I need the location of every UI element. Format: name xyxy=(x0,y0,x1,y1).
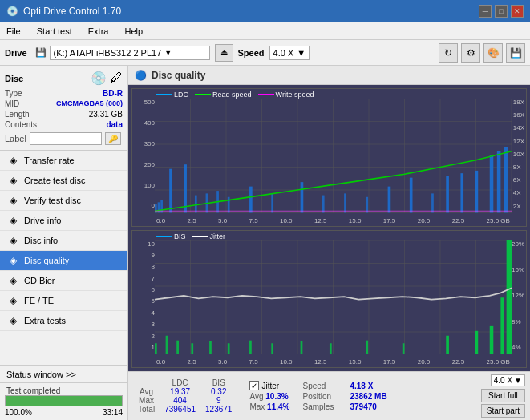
nav-create-test-disc[interactable]: ◈ Create test disc xyxy=(0,171,127,191)
eject-button[interactable]: ⏏ xyxy=(215,44,233,62)
nav-disc-quality[interactable]: ◈ Disc quality xyxy=(0,251,127,271)
svg-rect-72 xyxy=(507,240,512,355)
label-input[interactable] xyxy=(30,132,102,145)
max-bis: 9 xyxy=(200,396,237,405)
speed-info-label: Speed xyxy=(302,382,346,390)
disc-arrow-icon: 🖊 xyxy=(110,71,123,86)
speed-label: Speed xyxy=(238,48,265,58)
svg-rect-37 xyxy=(490,155,494,212)
drive-select[interactable]: (K:) ATAPI iHBS312 2 PL17 ▼ xyxy=(50,46,210,60)
menu-start-test[interactable]: Start test xyxy=(34,25,75,38)
svg-rect-68 xyxy=(446,335,449,354)
paint-icon[interactable]: 🎨 xyxy=(483,43,503,63)
save-icon[interactable]: 💾 xyxy=(506,43,525,63)
svg-rect-56 xyxy=(155,343,157,354)
drive-info-icon: ◈ xyxy=(6,215,19,226)
speed-select[interactable]: 4.0 X ▼ xyxy=(269,46,310,60)
sidebar: Disc 💿 🖊 Type BD-R MID CMCMAGBA5 (000) L… xyxy=(0,66,128,420)
total-ldc: 7396451 xyxy=(160,405,200,414)
bis-column-header: BIS xyxy=(200,378,237,387)
svg-rect-71 xyxy=(500,297,504,354)
svg-rect-39 xyxy=(504,147,508,212)
chart1-y-axis-left: 500 400 300 200 100 0 xyxy=(134,99,155,210)
progress-time: 33:14 xyxy=(103,408,123,417)
drive-toolbar: Drive 💾 (K:) ATAPI iHBS312 2 PL17 ▼ ⏏ Sp… xyxy=(0,40,530,66)
chart2-y-axis-left: 10 9 8 7 6 5 4 3 2 1 xyxy=(134,240,155,352)
start-part-button[interactable]: Start part xyxy=(481,404,525,418)
label-edit-button[interactable]: 🔑 xyxy=(105,132,121,145)
chart2-legend: BIS Jitter xyxy=(156,232,225,240)
nav-items: ◈ Transfer rate ◈ Create test disc ◈ Ver… xyxy=(0,151,127,331)
minimize-button[interactable]: ─ xyxy=(479,5,492,18)
svg-rect-26 xyxy=(271,193,273,212)
length-value: 23.31 GB xyxy=(89,110,123,119)
bis-color xyxy=(156,236,172,237)
nav-fe-te[interactable]: ◈ FE / TE xyxy=(0,291,127,311)
position-label: Position xyxy=(302,392,346,401)
chart2-y-axis-right: 20% 16% 12% 8% 4% xyxy=(512,240,524,352)
disc-info-icon: ◈ xyxy=(6,235,19,246)
contents-value: data xyxy=(106,120,123,129)
menu-file[interactable]: File xyxy=(3,25,24,38)
disc-icon: 💿 xyxy=(91,71,107,86)
total-row-label: Total xyxy=(133,405,160,414)
speed-info-value: 4.18 X xyxy=(350,382,373,390)
chart1-legend: LDC Read speed Write speed xyxy=(156,91,314,99)
verify-test-disc-icon: ◈ xyxy=(6,195,19,206)
jitter-checkbox[interactable]: ✓ xyxy=(249,381,259,390)
svg-rect-27 xyxy=(301,182,304,212)
start-full-button[interactable]: Start full xyxy=(481,389,525,402)
quality-title: Disc quality xyxy=(152,70,205,81)
nav-drive-info[interactable]: ◈ Drive info xyxy=(0,211,127,231)
total-bis: 123671 xyxy=(200,405,237,414)
jitter-color xyxy=(192,236,208,237)
fe-te-icon: ◈ xyxy=(6,295,19,306)
nav-transfer-rate[interactable]: ◈ Transfer rate xyxy=(0,151,127,171)
window-controls: ─ □ ✕ xyxy=(479,5,524,18)
svg-rect-64 xyxy=(301,341,303,354)
svg-rect-19 xyxy=(169,169,172,213)
status-bar: Status window >> Test completed 100.0% 3… xyxy=(0,365,127,420)
create-test-disc-icon: ◈ xyxy=(6,175,19,186)
speed-select-stats[interactable]: 4.0 X ▼ xyxy=(491,374,525,386)
drive-icon: 💾 xyxy=(35,47,47,58)
chart2-x-axis: 0.0 2.5 5.0 7.5 10.0 12.5 15.0 17.5 20.0… xyxy=(156,358,510,365)
controls-right: 4.0 X ▼ Start full Start part xyxy=(478,374,525,418)
samples-label: Samples xyxy=(302,402,346,411)
menu-bar: File Start test Extra Help xyxy=(0,22,530,40)
svg-rect-57 xyxy=(166,335,168,354)
svg-rect-36 xyxy=(475,171,479,213)
type-value: BD-R xyxy=(103,89,123,98)
svg-rect-30 xyxy=(366,197,368,213)
read-color xyxy=(195,94,211,95)
disc-panel-title: Disc xyxy=(5,74,23,83)
speed-info: Speed 4.18 X Position 23862 MB Samples 3… xyxy=(302,382,386,411)
avg-ldc: 19.37 xyxy=(160,387,200,396)
maximize-button[interactable]: □ xyxy=(495,5,508,18)
nav-cd-bier[interactable]: ◈ CD Bier xyxy=(0,271,127,291)
menu-help[interactable]: Help xyxy=(121,25,146,38)
svg-rect-65 xyxy=(330,343,332,354)
mid-value: CMCMAGBA5 (000) xyxy=(56,99,123,108)
refresh-icon[interactable]: ↻ xyxy=(439,43,458,63)
content-area: 🔵 Disc quality LDC Read speed Write spee… xyxy=(128,66,530,420)
status-window-button[interactable]: Status window >> xyxy=(0,366,127,383)
nav-extra-tests[interactable]: ◈ Extra tests xyxy=(0,311,127,331)
menu-extra[interactable]: Extra xyxy=(85,25,112,38)
chart1-svg xyxy=(155,99,512,213)
svg-rect-61 xyxy=(228,343,230,354)
extra-tests-icon: ◈ xyxy=(6,315,19,326)
jitter-checkbox-row[interactable]: ✓ Jitter xyxy=(249,381,289,390)
nav-disc-info[interactable]: ◈ Disc info xyxy=(0,231,127,251)
svg-rect-38 xyxy=(497,151,501,213)
disc-quality-icon: ◈ xyxy=(6,255,19,266)
svg-rect-67 xyxy=(403,343,405,354)
jitter-max: 11.4% xyxy=(267,402,289,411)
drive-select-arrow: ▼ xyxy=(164,49,172,57)
charts-container: LDC Read speed Write speed 500 400 300 2… xyxy=(128,85,530,371)
close-button[interactable]: ✕ xyxy=(511,5,524,18)
avg-bis: 0.32 xyxy=(200,387,237,396)
nav-verify-test-disc[interactable]: ◈ Verify test disc xyxy=(0,191,127,211)
avg-row-label: Avg xyxy=(133,387,160,396)
settings-icon[interactable]: ⚙ xyxy=(461,43,480,63)
